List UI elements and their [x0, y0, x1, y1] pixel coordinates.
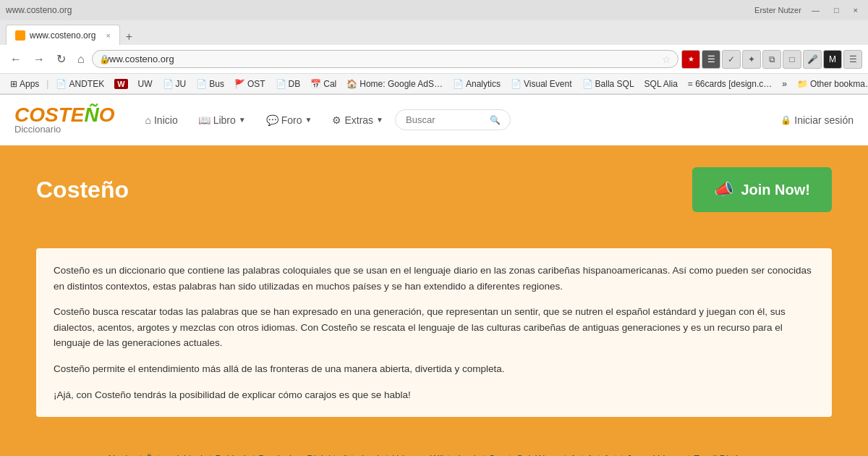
bookmark-66cards[interactable]: = 66cards [design.c…: [684, 77, 776, 90]
tab-close-btn[interactable]: ×: [106, 31, 110, 40]
footer-link-emoji-dictionary[interactable]: Emoji Dictionary: [694, 453, 762, 456]
new-tab-button[interactable]: +: [120, 29, 138, 45]
nav-icon-4[interactable]: ✦: [742, 50, 761, 69]
bookmark-bus[interactable]: 📄 Bus: [192, 77, 229, 90]
forum-icon: 💬: [266, 114, 278, 126]
tab-favicon: [15, 30, 25, 41]
title-bar: www.costeno.org Erster Nutzer — □ ×: [0, 0, 868, 20]
footer-link-bairisch[interactable]: Bairisch: [216, 453, 249, 456]
bookmark-andtek[interactable]: 📄 ANDTEK: [51, 77, 109, 90]
footer-link-alooha[interactable]: Alooha: [106, 453, 135, 456]
maximize-btn[interactable]: □: [830, 6, 843, 14]
db-icon: 📄: [276, 79, 286, 89]
minimize-btn[interactable]: —: [807, 6, 824, 14]
extras-caret-icon: ▼: [376, 116, 383, 124]
footer-links-section: Alooha | Österreichisch | Bairisch | Bay…: [0, 439, 868, 456]
nav-icon-2[interactable]: ☰: [702, 50, 720, 69]
close-btn[interactable]: ×: [849, 6, 862, 14]
footer-sep-3: |: [250, 453, 257, 456]
hero-title: Costeño: [36, 177, 129, 203]
bookmark-balla-sql[interactable]: 📄 Balla SQL: [578, 77, 639, 90]
bookmark-analytics[interactable]: 📄 Analytics: [448, 77, 505, 90]
bookmarks-bar: ⊞ Apps | 📄 ANDTEK W UW 📄 JU 📄 Bus 🚩 OST …: [0, 74, 868, 94]
hero-section: Costeño 📣 Join Now!: [0, 145, 868, 234]
header-login[interactable]: 🔒 Iniciar sesión: [780, 114, 854, 126]
paragraph-3: Costeño permite el entendimiento más all…: [54, 361, 814, 377]
paragraph-4: ¡Ajá, con Costeño tendrás la posibilidad…: [54, 387, 814, 403]
w-icon: W: [114, 79, 127, 89]
extras-gear-icon: ⚙: [332, 114, 341, 126]
tab-bar: www.costeno.org × +: [0, 20, 868, 45]
active-tab[interactable]: www.costeno.org ×: [6, 25, 120, 45]
nav-icon-9[interactable]: ☰: [843, 50, 862, 69]
nav-icon-7[interactable]: 🎤: [803, 50, 822, 69]
main-content: Costeño es un diccionario que contiene l…: [0, 234, 868, 439]
logo-subtitle: Diccionario: [14, 124, 61, 135]
nav-forum[interactable]: 💬 Foro ▼: [258, 109, 321, 132]
nav-extras[interactable]: ⚙ Extras ▼: [323, 109, 392, 132]
title-bar-label: www.costeno.org: [6, 5, 72, 15]
visual-event-icon: 📄: [511, 79, 522, 89]
footer-link-jerga-urbana[interactable]: Jerga Urbana: [627, 453, 684, 456]
bookmark-cal[interactable]: 📅 Cal: [306, 77, 341, 90]
site-logo: COSTEÑO Diccionario: [14, 105, 115, 135]
ju-icon: 📄: [163, 79, 174, 89]
footer-sep-5: |: [480, 453, 487, 456]
site-header: COSTEÑO Diccionario ⌂ Inicio 📖 Libro ▼ 💬…: [0, 95, 868, 145]
site-nav: ⌂ Inicio 📖 Libro ▼ 💬 Foro ▼ ⚙ Extras ▼ 🔍: [137, 109, 760, 132]
home-icon: ⌂: [145, 114, 151, 126]
bookmark-google-ads[interactable]: 🏠 Home: Google AdS…: [342, 77, 447, 90]
address-star-icon[interactable]: ☆: [662, 54, 671, 65]
website: COSTEÑO Diccionario ⌂ Inicio 📖 Libro ▼ 💬…: [0, 95, 868, 456]
bookmark-sql-alia[interactable]: SQL Alia: [640, 77, 682, 90]
login-lock-icon: 🔒: [780, 115, 791, 125]
nav-icon-5[interactable]: ⧉: [762, 50, 781, 69]
home-button[interactable]: ⌂: [73, 50, 89, 69]
logo-text: COSTEÑO: [14, 105, 115, 125]
footer-link-actactact[interactable]: Act-Act-Act: [570, 453, 617, 456]
footer-sep-1: |: [137, 453, 144, 456]
nav-right-icons: ★ ☰ ✓ ✦ ⧉ □ 🎤 M ☰: [681, 50, 862, 69]
address-input[interactable]: [92, 50, 678, 68]
bookmarks-separator-1: |: [46, 79, 48, 89]
apps-grid-icon: ⊞: [10, 79, 17, 89]
bookmark-ju[interactable]: 📄 JU: [158, 77, 191, 90]
join-now-button[interactable]: 📣 Join Now!: [692, 167, 832, 212]
footer-link-cryptocoin[interactable]: CryptoCoinWorm: [488, 453, 560, 456]
back-button[interactable]: ←: [6, 50, 26, 69]
paragraph-1: Costeño es un diccionario que contiene l…: [54, 263, 814, 294]
footer-link-bayrisches[interactable]: Bayrisches Dialektwörterbuch: [258, 453, 382, 456]
footer-sep-2: |: [207, 453, 213, 456]
nav-icon-8[interactable]: M: [823, 50, 842, 69]
refresh-button[interactable]: ↻: [52, 49, 70, 69]
footer-sep-7: |: [618, 453, 625, 456]
andtek-icon: 📄: [56, 79, 67, 89]
nav-icon-1[interactable]: ★: [681, 50, 700, 69]
forward-button[interactable]: →: [29, 50, 49, 69]
book-caret-icon: ▼: [239, 116, 246, 124]
bookmark-ost[interactable]: 🚩 OST: [230, 77, 270, 90]
nav-icon-3[interactable]: ✓: [722, 50, 741, 69]
search-box: 🔍: [395, 109, 511, 130]
other-bookmarks[interactable]: 📁 Other bookma…: [793, 77, 868, 90]
paragraph-2: Costeño busca rescatar todas las palabra…: [54, 304, 814, 351]
bookmarks-apps[interactable]: ⊞ Apps: [6, 77, 43, 90]
bookmarks-more-btn[interactable]: »: [778, 77, 791, 90]
address-bar-wrapper: 🔒 ☆: [92, 50, 678, 68]
nav-book[interactable]: 📖 Libro ▼: [190, 109, 255, 132]
bookmark-db[interactable]: 📄 DB: [271, 77, 305, 90]
search-input[interactable]: [406, 114, 485, 125]
footer-link-urbanes[interactable]: Urbanes Wörterbuch: [392, 453, 479, 456]
footer-link-osterreichisch[interactable]: Österreichisch: [145, 453, 205, 456]
footer-sep-4: |: [384, 453, 391, 456]
footer-sep-8: |: [685, 453, 692, 456]
bookmark-w[interactable]: W: [110, 77, 132, 90]
content-card: Costeño es un diccionario que contiene l…: [36, 248, 832, 417]
nav-home[interactable]: ⌂ Inicio: [137, 109, 187, 132]
balla-sql-icon: 📄: [582, 79, 593, 89]
bookmark-uw[interactable]: UW: [134, 77, 157, 90]
nav-icon-6[interactable]: □: [783, 50, 801, 69]
forum-caret-icon: ▼: [305, 116, 312, 124]
folder-icon: 📁: [797, 79, 808, 89]
bookmark-visual-event[interactable]: 📄 Visual Event: [506, 77, 576, 90]
